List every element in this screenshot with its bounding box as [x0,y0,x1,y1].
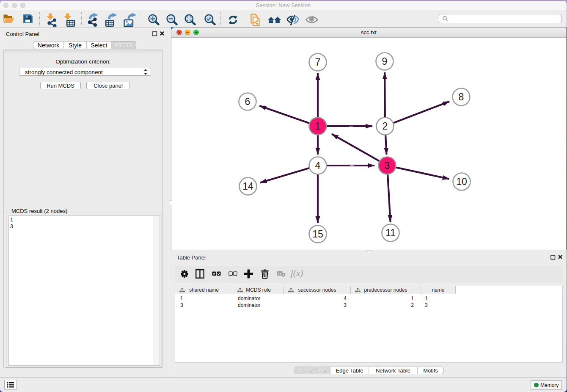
svg-text:7: 7 [315,57,321,68]
svg-text:2: 2 [383,121,388,132]
svg-text:3: 3 [385,160,390,171]
svg-text:15: 15 [312,229,323,240]
svg-text:6: 6 [245,96,250,107]
svg-text:14: 14 [242,181,253,192]
svg-text:11: 11 [385,227,396,238]
svg-text:8: 8 [459,91,464,102]
svg-text:10: 10 [456,176,467,187]
svg-text:4: 4 [315,160,321,171]
svg-text:9: 9 [382,56,388,67]
svg-text:1: 1 [315,121,321,132]
